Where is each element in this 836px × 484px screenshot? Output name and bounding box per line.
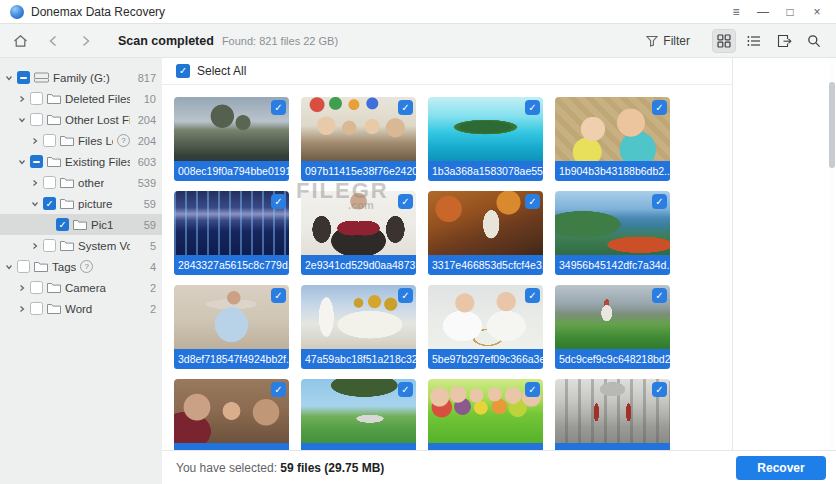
- tree-item-camera[interactable]: Camera2: [0, 277, 162, 298]
- checkmark-badge[interactable]: [398, 382, 413, 397]
- file-card[interactable]: 34956b45142dfc7a34d...: [555, 191, 670, 275]
- checkmark-badge[interactable]: [271, 100, 286, 115]
- checkbox-unchecked[interactable]: [17, 260, 30, 273]
- folder-icon: [60, 198, 74, 209]
- chevron-right-icon[interactable]: [30, 178, 39, 187]
- checkmark-badge[interactable]: [525, 194, 540, 209]
- file-card[interactable]: 47a59abc18f51a218c32...: [301, 285, 416, 369]
- home-icon[interactable]: [10, 31, 30, 51]
- checkbox-unchecked[interactable]: [30, 92, 43, 105]
- filter-icon: [646, 35, 658, 47]
- file-card[interactable]: 5be97b297ef09c366a3e...: [428, 285, 543, 369]
- chevron-right-icon[interactable]: [30, 136, 39, 145]
- file-card[interactable]: [301, 379, 416, 450]
- checkmark-badge[interactable]: [398, 288, 413, 303]
- folder-icon: [34, 261, 48, 272]
- folder-icon: [47, 282, 61, 293]
- item-count: 204: [134, 114, 162, 126]
- file-name: [555, 443, 670, 450]
- checkmark-badge[interactable]: [398, 100, 413, 115]
- minimize-button[interactable]: —: [754, 3, 772, 21]
- file-card[interactable]: [174, 379, 289, 450]
- chevron-down-icon[interactable]: [30, 199, 39, 208]
- checkmark-badge[interactable]: [398, 194, 413, 209]
- file-name: 47a59abc18f51a218c32...: [301, 349, 416, 369]
- tree-item-existing-files[interactable]: Existing Files603: [0, 151, 162, 172]
- select-all-checkbox[interactable]: [176, 64, 190, 78]
- recover-button[interactable]: Recover: [736, 456, 826, 480]
- checkmark-badge[interactable]: [525, 288, 540, 303]
- vertical-scrollbar[interactable]: [829, 58, 835, 450]
- app-logo-icon: [10, 5, 24, 19]
- file-card[interactable]: 2843327a5615c8c779d...: [174, 191, 289, 275]
- checkbox-unchecked[interactable]: [30, 302, 43, 315]
- checkmark-badge[interactable]: [271, 194, 286, 209]
- tree-item-picture[interactable]: picture59: [0, 193, 162, 214]
- file-name: [301, 443, 416, 450]
- folder-icon: [47, 303, 61, 314]
- checkmark-badge[interactable]: [652, 194, 667, 209]
- file-card[interactable]: 3d8ef718547f4924bb2f...: [174, 285, 289, 369]
- chevron-down-icon[interactable]: [17, 115, 26, 124]
- close-button[interactable]: ×: [808, 3, 826, 21]
- filter-label: Filter: [663, 34, 690, 48]
- checkbox-unchecked[interactable]: [30, 281, 43, 294]
- tree-item-tags[interactable]: Tags?4: [0, 256, 162, 277]
- chevron-down-icon[interactable]: [17, 157, 26, 166]
- scan-status-title: Scan completed: [118, 34, 214, 48]
- checkbox-checked[interactable]: [43, 197, 56, 210]
- chevron-right-icon[interactable]: [30, 241, 39, 250]
- tree-item-other-lost-files[interactable]: Other Lost Files204: [0, 109, 162, 130]
- chevron-right-icon[interactable]: [17, 304, 26, 313]
- checkbox-unchecked[interactable]: [43, 176, 56, 189]
- list-view-button[interactable]: [742, 29, 766, 53]
- checkmark-badge[interactable]: [525, 382, 540, 397]
- tree-item-label: Files Lost Or...: [78, 135, 113, 147]
- file-card[interactable]: [555, 379, 670, 450]
- search-icon[interactable]: [802, 29, 826, 53]
- item-count: 59: [134, 219, 162, 231]
- checkbox-indeterminate[interactable]: [17, 71, 30, 84]
- file-card[interactable]: 1b904b3b43188b6db2...: [555, 97, 670, 181]
- file-name: 1b3a368a1583078ae55...: [428, 161, 543, 181]
- chevron-down-icon[interactable]: [4, 262, 13, 271]
- checkmark-badge[interactable]: [652, 382, 667, 397]
- checkmark-badge[interactable]: [271, 288, 286, 303]
- filter-button[interactable]: Filter: [646, 34, 690, 48]
- forward-icon[interactable]: [76, 31, 96, 51]
- back-icon[interactable]: [43, 31, 63, 51]
- checkbox-checked[interactable]: [56, 218, 69, 231]
- file-card[interactable]: 097b11415e38f76e2420...: [301, 97, 416, 181]
- file-card[interactable]: 1b3a368a1583078ae55...: [428, 97, 543, 181]
- checkmark-badge[interactable]: [525, 100, 540, 115]
- checkmark-badge[interactable]: [652, 288, 667, 303]
- chevron-right-icon[interactable]: [17, 283, 26, 292]
- tree-item-system-volume-in[interactable]: System Volume In...5: [0, 235, 162, 256]
- menu-icon[interactable]: ≡: [727, 3, 745, 21]
- file-card[interactable]: 008ec19f0a794bbe0191...: [174, 97, 289, 181]
- tree-item-family-g[interactable]: Family (G:)817: [0, 67, 162, 88]
- file-card[interactable]: 2e9341cd529d0aa4873...: [301, 191, 416, 275]
- checkbox-indeterminate[interactable]: [30, 155, 43, 168]
- file-card[interactable]: [428, 379, 543, 450]
- maximize-button[interactable]: □: [781, 3, 799, 21]
- checkmark-badge[interactable]: [271, 382, 286, 397]
- checkbox-unchecked[interactable]: [30, 113, 43, 126]
- chevron-down-icon[interactable]: [4, 73, 13, 82]
- file-card[interactable]: 3317e466853d5cfcf4e3...: [428, 191, 543, 275]
- chevron-right-icon[interactable]: [17, 94, 26, 103]
- tree-item-pic1[interactable]: Pic159: [0, 214, 162, 235]
- tree-item-files-lost-or[interactable]: Files Lost Or...?204: [0, 130, 162, 151]
- grid-view-button[interactable]: [712, 29, 736, 53]
- export-icon[interactable]: [772, 29, 796, 53]
- item-count: 817: [134, 72, 162, 84]
- tree-item-deleted-files[interactable]: Deleted Files10: [0, 88, 162, 109]
- scrollbar-thumb[interactable]: [829, 82, 835, 168]
- help-icon: ?: [117, 134, 130, 147]
- tree-item-other[interactable]: other539: [0, 172, 162, 193]
- checkbox-unchecked[interactable]: [43, 134, 56, 147]
- tree-item-word[interactable]: Word2: [0, 298, 162, 319]
- checkmark-badge[interactable]: [652, 100, 667, 115]
- checkbox-unchecked[interactable]: [43, 239, 56, 252]
- file-card[interactable]: 5dc9cef9c9c648218bd2...: [555, 285, 670, 369]
